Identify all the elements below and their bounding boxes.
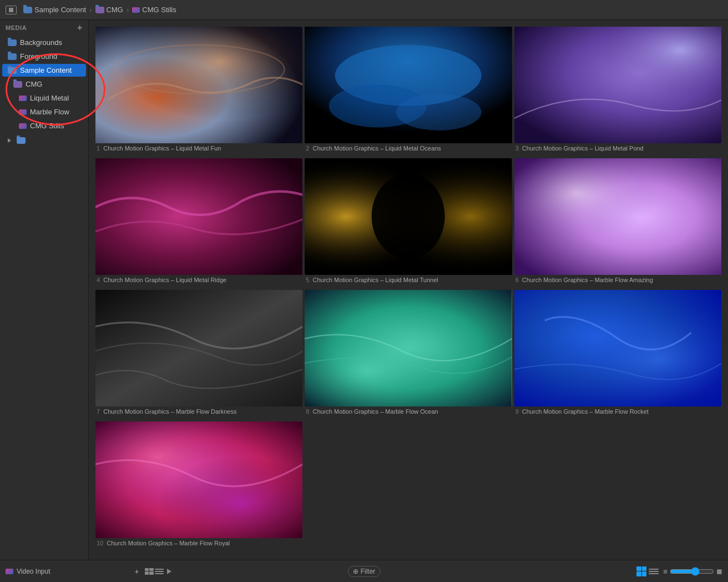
media-item-4[interactable]: 4 Church Motion Graphics – Liquid Metal … (95, 158, 302, 288)
thumb-svg-7 (95, 290, 302, 407)
media-thumb-5 (305, 158, 512, 275)
media-item-5[interactable]: 5 Church Motion Graphics – Liquid Metal … (305, 158, 512, 288)
grid-view-button[interactable] (636, 566, 646, 576)
list-view-icon[interactable] (155, 568, 164, 575)
sidebar-header: MEDIA + (0, 20, 88, 36)
media-item-2[interactable]: 2 Church Motion Graphics – Liquid Metal … (305, 27, 512, 156)
sidebar-item-sample-content[interactable]: Sample Content (2, 64, 86, 77)
sidebar: MEDIA + Backgrounds Foreground Sample Co… (0, 20, 89, 560)
media-thumb-10 (95, 422, 302, 538)
sidebar-add-button[interactable]: + (77, 23, 83, 32)
media-item-9[interactable]: 9 Church Motion Graphics – Marble Flow R… (514, 290, 721, 419)
media-icon-breadcrumb (132, 7, 140, 13)
add-media-button[interactable]: + (133, 566, 141, 577)
media-thumb-1 (95, 27, 302, 143)
folder-icon-cmg (95, 7, 104, 13)
main-content: MEDIA + Backgrounds Foreground Sample Co… (0, 20, 728, 560)
media-icon-marble-flow (19, 109, 27, 115)
breadcrumb-sample-content[interactable]: Sample Content (23, 6, 86, 14)
media-item-7[interactable]: 7 Church Motion Graphics – Marble Flow D… (95, 290, 302, 419)
media-thumb-9 (514, 290, 721, 407)
media-thumb-3 (514, 27, 721, 143)
sidebar-item-liquid-metal[interactable]: Liquid Metal (2, 92, 86, 104)
sidebar-item-foreground[interactable]: Foreground (2, 50, 86, 63)
media-thumb-8 (305, 290, 512, 407)
media-label-3: 3 Church Motion Graphics – Liquid Metal … (514, 143, 721, 156)
media-item-1[interactable]: 1 Church Motion Graphics – Liquid Metal … (95, 27, 302, 156)
media-label-8: 8 Church Motion Graphics – Marble Flow O… (305, 407, 512, 419)
media-thumb-4 (95, 158, 302, 275)
media-label-4: 4 Church Motion Graphics – Liquid Metal … (95, 275, 302, 288)
top-bar: Sample Content › CMG › CMG Stills (0, 0, 728, 20)
media-label-6: 6 Church Motion Graphics – Marble Flow A… (514, 275, 721, 288)
sidebar-item-cmg[interactable]: CMG (2, 78, 86, 91)
media-thumb-2 (305, 27, 512, 143)
thumb-svg-5 (305, 158, 512, 275)
folder-icon-group2 (17, 137, 26, 144)
media-label-10: 10 Church Motion Graphics – Marble Flow … (95, 538, 302, 551)
sidebar-item-group2[interactable] (2, 135, 86, 146)
svg-rect-17 (95, 290, 302, 407)
bottom-left: Video Input + (6, 566, 174, 577)
view-mode-icons (145, 568, 174, 575)
media-label-5: 5 Church Motion Graphics – Liquid Metal … (305, 275, 512, 288)
bottom-center: ⊕ Filter (348, 566, 381, 577)
slider-max-icon: ◼ (716, 567, 722, 575)
media-label-2: 2 Church Motion Graphics – Liquid Metal … (305, 143, 512, 156)
svg-rect-9 (514, 27, 721, 143)
top-bar-icons (6, 6, 17, 14)
size-slider-container: ◼ ◼ (663, 567, 722, 576)
breadcrumb-cmg[interactable]: CMG (95, 6, 123, 14)
video-input-icon (6, 569, 13, 574)
filter-button[interactable]: ⊕ Filter (348, 566, 381, 577)
video-input-label: Video Input (17, 568, 50, 575)
breadcrumb: Sample Content › CMG › CMG Stills (23, 6, 176, 14)
media-item-6[interactable]: 6 Church Motion Graphics – Marble Flow A… (514, 158, 721, 288)
media-grid: 1 Church Motion Graphics – Liquid Metal … (95, 27, 721, 551)
sidebar-item-cmg-stills[interactable]: CMG Stills (2, 119, 86, 132)
svg-rect-1 (95, 27, 302, 143)
folder-icon-backgrounds (8, 39, 17, 46)
svg-rect-16 (514, 158, 721, 275)
play-icon[interactable] (165, 568, 174, 575)
thumb-svg-10 (95, 422, 302, 538)
folder-icon-sample-content (8, 67, 17, 74)
media-thumb-6 (514, 158, 721, 275)
svg-rect-19 (305, 290, 512, 407)
thumb-svg-9 (514, 290, 721, 407)
thumb-svg-1 (95, 27, 302, 143)
media-item-3[interactable]: 3 Church Motion Graphics – Liquid Metal … (514, 27, 721, 156)
media-label-1: 1 Church Motion Graphics – Liquid Metal … (95, 143, 302, 156)
filter-icon: ⊕ (353, 568, 358, 575)
view-toggle-icon[interactable] (6, 6, 17, 14)
svg-rect-10 (95, 158, 302, 275)
thumb-svg-3 (514, 27, 721, 143)
sidebar-item-backgrounds[interactable]: Backgrounds (2, 36, 86, 49)
video-input-section: Video Input (6, 568, 50, 575)
thumbnail-size-slider[interactable] (670, 567, 714, 576)
sidebar-item-marble-flow[interactable]: Marble Flow (2, 106, 86, 118)
slider-min-icon: ◼ (663, 568, 668, 574)
breadcrumb-cmg-stills[interactable]: CMG Stills (132, 6, 176, 14)
media-item-8[interactable]: 8 Church Motion Graphics – Marble Flow O… (305, 290, 512, 419)
grid-view-icon[interactable] (145, 568, 154, 575)
media-icon-cmg-stills (19, 123, 27, 129)
content-area: 1 Church Motion Graphics – Liquid Metal … (89, 20, 728, 560)
svg-point-7 (396, 94, 482, 131)
bottom-right: ◼ ◼ (636, 566, 722, 576)
thumb-svg-8 (305, 290, 512, 407)
thumb-svg-2 (305, 27, 512, 143)
svg-rect-21 (514, 290, 721, 407)
folder-icon-cmg (13, 81, 22, 88)
media-label-9: 9 Church Motion Graphics – Marble Flow R… (514, 407, 721, 419)
folder-icon-foreground (8, 53, 17, 60)
media-icon-liquid-metal (19, 96, 27, 101)
bottom-bar: Video Input + (0, 560, 728, 582)
list-view-button[interactable] (649, 566, 659, 576)
media-item-10[interactable]: 10 Church Motion Graphics – Marble Flow … (95, 422, 302, 551)
thumb-svg-4 (95, 158, 302, 275)
view-buttons (636, 566, 659, 576)
bottom-toolbar-icons: + (133, 566, 174, 577)
media-label-7: 7 Church Motion Graphics – Marble Flow D… (95, 407, 302, 419)
folder-icon (23, 7, 32, 13)
